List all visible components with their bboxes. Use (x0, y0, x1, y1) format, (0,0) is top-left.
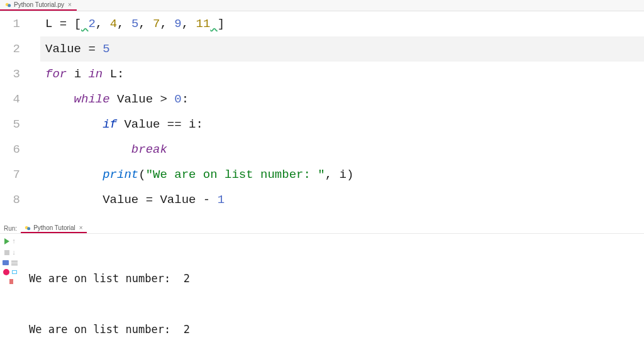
code-line[interactable]: L = [ 2, 4, 5, 7, 9, 11 ] (40, 11, 644, 36)
run-toolbar: ↑ ↓ (0, 234, 20, 340)
code-content[interactable]: L = [ 2, 4, 5, 7, 9, 11 ] Value = 5 for … (40, 11, 644, 224)
run-icon[interactable] (4, 238, 9, 244)
run-tab-label: Python Tutorial (33, 224, 75, 231)
console-output[interactable]: We are on list number: 2 We are on list … (20, 234, 644, 340)
output-line: We are on list number: 2 (29, 321, 644, 338)
record-icon[interactable] (3, 269, 9, 275)
print-icon[interactable] (12, 270, 17, 274)
python-file-icon (5, 2, 11, 8)
editor-tab-bar: Python Tutorial.py × (0, 0, 644, 11)
line-number: 4 (0, 87, 20, 112)
code-line[interactable]: Value = Value - 1 (40, 187, 644, 212)
editor-tab-label: Python Tutorial.py (14, 1, 64, 8)
code-line[interactable]: if Value == i: (40, 112, 644, 137)
run-label: Run: (4, 225, 17, 232)
code-line[interactable]: while Value > 0: (40, 87, 644, 112)
arrow-down-icon[interactable]: ↓ (12, 249, 16, 256)
line-number: 2 (0, 36, 20, 62)
close-icon[interactable]: × (68, 1, 72, 8)
line-number: 5 (0, 112, 20, 137)
svg-point-3 (27, 227, 30, 230)
run-panel: ↑ ↓ We are on list number: 2 We are on l… (0, 234, 644, 340)
code-line[interactable]: print("We are on list number: ", i) (40, 162, 644, 187)
trash-icon[interactable] (9, 279, 13, 284)
svg-point-1 (8, 4, 11, 7)
editor-tab[interactable]: Python Tutorial.py × (0, 0, 77, 11)
line-number-gutter: 1 2 3 4 5 6 7 8 (0, 11, 30, 224)
line-number: 8 (0, 187, 20, 212)
line-number: 3 (0, 62, 20, 87)
run-tab[interactable]: Python Tutorial × (21, 224, 87, 233)
soft-wrap-icon[interactable] (11, 261, 18, 265)
line-number: 6 (0, 137, 20, 162)
run-panel-header: Run: Python Tutorial × (0, 224, 644, 234)
output-line: We are on list number: 2 (29, 270, 644, 287)
line-number: 7 (0, 162, 20, 187)
code-line[interactable]: for i in L: (40, 62, 644, 87)
layout-icon[interactable] (3, 260, 9, 265)
fold-column (30, 11, 40, 224)
code-line[interactable]: Value = 5 (40, 36, 644, 62)
arrow-up-icon[interactable]: ↑ (12, 238, 16, 245)
python-file-icon (25, 225, 31, 231)
code-editor[interactable]: 1 2 3 4 5 6 7 8 L = [ 2, 4, 5, 7, 9, 11 … (0, 11, 644, 224)
stop-icon[interactable] (4, 250, 9, 255)
line-number: 1 (0, 11, 20, 36)
code-line[interactable]: break (40, 137, 644, 162)
close-icon[interactable]: × (79, 224, 83, 231)
